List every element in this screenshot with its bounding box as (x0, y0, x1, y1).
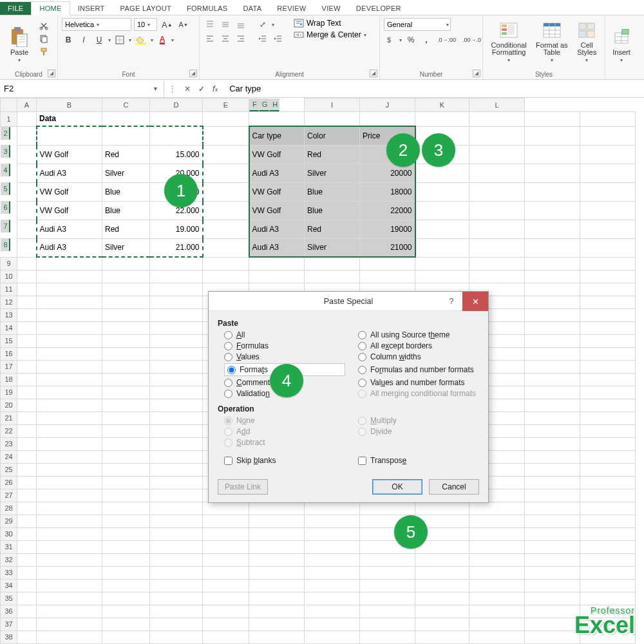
cell[interactable] (580, 111, 636, 126)
cell[interactable] (17, 527, 37, 540)
cell[interactable] (17, 238, 37, 257)
cell[interactable] (150, 579, 203, 592)
row-header[interactable]: 5 (1, 182, 10, 195)
cell[interactable] (525, 257, 580, 270)
align-right-icon[interactable] (234, 32, 247, 45)
cell[interactable] (37, 463, 102, 476)
cell[interactable] (360, 605, 415, 618)
check-transpose[interactable]: Transpose (358, 456, 479, 465)
cell[interactable]: Silver (305, 238, 360, 257)
cell-styles-button[interactable]: Cell Styles▾ (573, 18, 601, 64)
format-as-table-button[interactable]: Format as Table▾ (535, 18, 569, 64)
row-header[interactable]: 31 (1, 540, 17, 553)
cell[interactable] (203, 238, 249, 257)
cell[interactable] (580, 450, 636, 463)
cell[interactable] (150, 334, 203, 347)
cell[interactable] (580, 270, 636, 283)
cell[interactable]: Blue (305, 182, 360, 201)
radio-column-widths[interactable]: Column widths (358, 352, 479, 361)
cell[interactable] (150, 450, 203, 463)
cell[interactable] (249, 257, 305, 270)
cell[interactable] (525, 270, 580, 283)
cell[interactable] (37, 605, 102, 618)
cell[interactable]: Color (102, 126, 150, 145)
cell[interactable]: Audi A3 (37, 238, 102, 257)
cell[interactable] (580, 360, 636, 373)
row-header[interactable]: 11 (1, 283, 17, 296)
cell[interactable] (37, 257, 102, 270)
cell[interactable] (305, 553, 360, 566)
cell[interactable] (525, 308, 580, 321)
cell[interactable] (469, 257, 525, 270)
cell[interactable] (150, 399, 203, 412)
cell[interactable] (469, 182, 525, 201)
cell[interactable] (37, 321, 102, 334)
cell[interactable]: Car type (249, 126, 305, 145)
cancel-button[interactable]: Cancel (429, 479, 479, 495)
cell[interactable] (525, 145, 580, 164)
cell[interactable] (203, 553, 249, 566)
cell[interactable] (249, 270, 305, 283)
cell[interactable]: 21.000 (150, 238, 203, 257)
cell[interactable] (102, 515, 150, 527)
cell[interactable] (102, 566, 150, 579)
cell[interactable] (37, 540, 102, 553)
cell[interactable]: 21000 (360, 238, 415, 257)
align-middle-icon[interactable] (219, 18, 232, 31)
dialog-titlebar[interactable]: Paste Special ? ✕ (209, 292, 488, 311)
cell[interactable] (37, 334, 102, 347)
cell[interactable] (203, 579, 249, 592)
conditional-formatting-button[interactable]: Conditional Formatting▾ (487, 18, 531, 64)
cell[interactable]: 15.000 (150, 145, 203, 164)
cell[interactable]: Red (305, 145, 360, 164)
cell[interactable] (150, 321, 203, 334)
cell[interactable] (37, 553, 102, 566)
cell[interactable] (203, 592, 249, 605)
cell[interactable] (525, 373, 580, 386)
tab-insert[interactable]: INSERT (70, 2, 113, 15)
cell[interactable] (525, 201, 580, 220)
cell[interactable] (203, 182, 249, 201)
cell[interactable]: 22000 (360, 201, 415, 220)
cell[interactable] (150, 527, 203, 540)
cell[interactable] (102, 553, 150, 566)
fill-color-icon[interactable] (134, 33, 148, 46)
row-header[interactable]: 38 (1, 630, 17, 643)
cell[interactable] (249, 579, 305, 592)
cell[interactable] (37, 373, 102, 386)
cell[interactable] (37, 476, 102, 489)
cell[interactable] (150, 296, 203, 308)
row-header[interactable]: 37 (1, 618, 17, 630)
cell[interactable]: VW Golf (249, 145, 305, 164)
cell[interactable] (525, 540, 580, 553)
cell[interactable]: Audi A3 (37, 164, 102, 182)
cell[interactable] (37, 424, 102, 437)
font-size-select[interactable]: 10▾ (134, 18, 157, 31)
cell[interactable] (469, 111, 525, 126)
cell[interactable] (17, 111, 37, 126)
cell[interactable] (415, 592, 469, 605)
cell[interactable]: VW Golf (249, 201, 305, 220)
row-header[interactable]: 29 (1, 515, 17, 527)
tab-developer[interactable]: DEVELOPER (348, 2, 409, 15)
format-painter-icon[interactable] (39, 46, 49, 57)
cell[interactable] (415, 502, 469, 515)
cell[interactable] (37, 296, 102, 308)
cell[interactable] (37, 592, 102, 605)
cell[interactable] (203, 605, 249, 618)
cell[interactable] (37, 437, 102, 450)
cell[interactable] (249, 630, 305, 643)
cell[interactable] (37, 347, 102, 360)
cell[interactable] (525, 489, 580, 502)
cell[interactable] (525, 238, 580, 257)
cell[interactable] (150, 566, 203, 579)
cell[interactable] (525, 424, 580, 437)
cell[interactable]: Data (37, 111, 102, 126)
decrease-decimal-icon[interactable]: .00→.0 (460, 33, 483, 46)
cell[interactable] (580, 553, 636, 566)
cell[interactable] (102, 605, 150, 618)
cell[interactable] (17, 476, 37, 489)
cell[interactable] (580, 296, 636, 308)
cell[interactable] (525, 463, 580, 476)
cell[interactable] (17, 566, 37, 579)
